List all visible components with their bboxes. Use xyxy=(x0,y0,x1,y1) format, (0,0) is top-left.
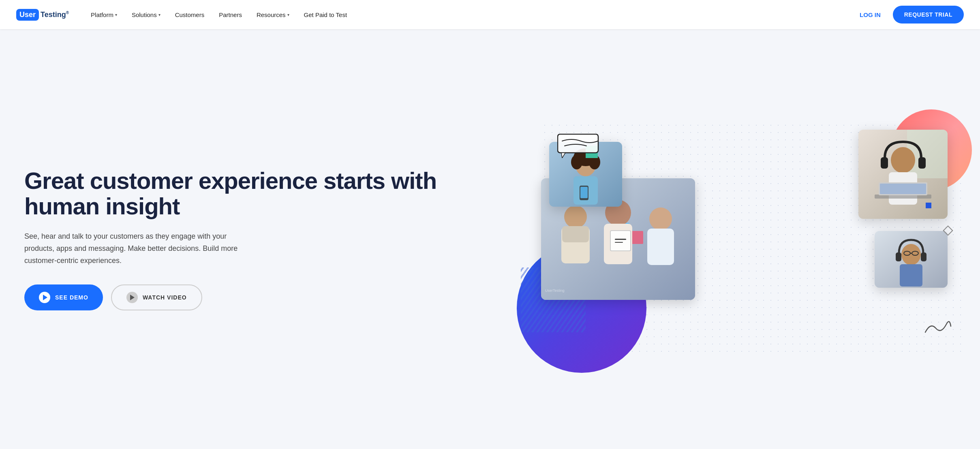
nav-resources[interactable]: Resources ▾ xyxy=(251,8,295,21)
svg-marker-1 xyxy=(561,153,565,158)
hero-buttons: SEE DEMO WATCH VIDEO xyxy=(24,284,492,310)
logo-user-text: User xyxy=(19,11,36,19)
watch-video-button[interactable]: WATCH VIDEO xyxy=(111,284,202,310)
nav-get-paid[interactable]: Get Paid to Test xyxy=(298,8,353,21)
login-button[interactable]: LOG IN xyxy=(854,8,886,21)
logo-testing-text: Testing® xyxy=(41,11,69,19)
navbar: User Testing® Platform ▾ Solutions ▾ Cus… xyxy=(0,0,980,29)
nav-solutions[interactable]: Solutions ▾ xyxy=(126,8,166,21)
man2-image-card xyxy=(875,231,948,288)
hero-content: Great customer experience starts with hu… xyxy=(24,168,509,311)
logo[interactable]: User Testing® xyxy=(16,9,69,21)
svg-rect-8 xyxy=(562,226,589,242)
nav-links: Platform ▾ Solutions ▾ Customers Partner… xyxy=(85,8,854,21)
video-play-icon xyxy=(126,292,138,303)
squiggle-decoration xyxy=(923,320,952,336)
chat-bubble-decoration xyxy=(557,134,606,158)
svg-rect-12 xyxy=(647,229,674,265)
note-card-decoration xyxy=(610,230,631,251)
svg-rect-24 xyxy=(881,157,888,169)
platform-chevron-icon: ▾ xyxy=(115,13,117,17)
hero-title: Great customer experience starts with hu… xyxy=(24,168,492,220)
trial-button[interactable]: REQUEST TRIAL xyxy=(893,6,964,24)
svg-rect-30 xyxy=(880,184,926,194)
svg-point-11 xyxy=(649,207,672,230)
resources-chevron-icon: ▾ xyxy=(287,13,289,17)
demo-play-icon xyxy=(39,292,50,303)
nav-platform[interactable]: Platform ▾ xyxy=(85,8,123,21)
svg-rect-25 xyxy=(918,157,926,169)
nav-partners[interactable]: Partners xyxy=(213,8,248,21)
man-image-card xyxy=(858,130,948,219)
hero-visual: UserTesting xyxy=(509,122,956,357)
svg-point-6 xyxy=(564,205,587,228)
svg-rect-32 xyxy=(896,252,901,261)
nav-right: LOG IN REQUEST TRIAL xyxy=(854,6,964,24)
hero-subtitle: See, hear and talk to your customers as … xyxy=(24,231,251,267)
blue-square-decoration xyxy=(926,203,931,208)
see-demo-button[interactable]: SEE DEMO xyxy=(24,284,103,310)
nav-customers[interactable]: Customers xyxy=(169,8,210,21)
hero-section: Great customer experience starts with hu… xyxy=(0,29,980,449)
svg-rect-21 xyxy=(580,187,588,198)
svg-rect-38 xyxy=(900,264,922,287)
solutions-chevron-icon: ▾ xyxy=(158,13,160,17)
svg-rect-33 xyxy=(921,252,927,261)
svg-point-26 xyxy=(891,147,915,173)
svg-rect-0 xyxy=(558,134,598,153)
svg-text:UserTesting: UserTesting xyxy=(545,289,565,293)
